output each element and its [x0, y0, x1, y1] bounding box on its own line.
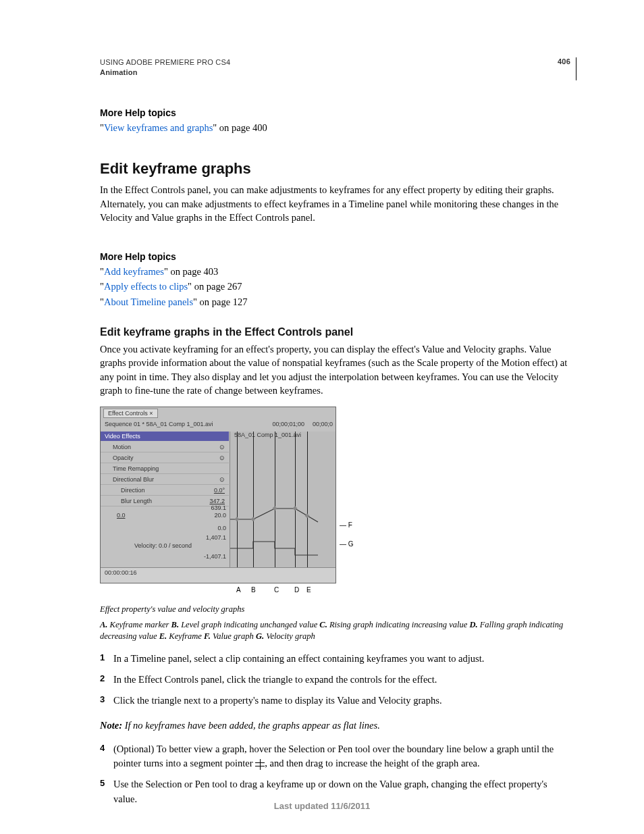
more-help-heading-2: More Help topics: [100, 251, 571, 262]
step-4: (Optional) To better view a graph, hover…: [100, 742, 571, 771]
figure-row-time-remapping: Time Remapping: [101, 464, 229, 474]
figure-row-direction: Direction0.0°: [101, 486, 229, 496]
svg-rect-1: [250, 517, 255, 521]
header-section: Animation: [100, 68, 230, 78]
footer-updated: Last updated 11/6/2011: [0, 801, 644, 811]
step-1: In a Timeline panel, select a clip conta…: [100, 652, 571, 666]
callout-e: E: [306, 586, 311, 594]
figure-row-opacity: Opacity⊙: [101, 453, 229, 463]
figure-caption-legend: A. Keyframe marker B. Level graph indica…: [100, 619, 571, 642]
help-link-row-2b: "Apply effects to clips" on page 267: [100, 280, 571, 293]
paragraph-2: Once you activate keyframing for an effe…: [100, 342, 571, 397]
figure-row-directional-blur: Directional Blur⊙: [101, 475, 229, 485]
heading-edit-keyframe-graphs: Edit keyframe graphs: [100, 160, 571, 178]
figure-graph-area: 58A_01 Comp 1_001.avi: [230, 432, 336, 569]
callout-a: A: [236, 586, 241, 594]
figure-timecode: 00;00;01;00: [272, 421, 304, 427]
callout-g: G: [348, 540, 354, 548]
help-link-row-2c: "About Timeline panels" on page 127: [100, 295, 571, 309]
note-text: If no keyframes have been added, the gra…: [122, 720, 380, 731]
step-2: In the Effect Controls panel, click the …: [100, 673, 571, 687]
help-link-row-2a: "Add keyframes" on page 403: [100, 265, 571, 278]
figure-effect-controls: Effect Controls × Sequence 01 * 58A_01 C…: [100, 407, 336, 583]
figure-row-blur-length: Blur Length347.2: [101, 496, 229, 506]
figure-value-graph: [230, 504, 336, 525]
svg-rect-3: [292, 506, 297, 511]
step-3: Click the triangle next to a property's …: [100, 694, 571, 708]
figure-value-zero-left: 0.0: [117, 512, 126, 519]
callout-f: F: [348, 521, 352, 529]
figure-row-motion: Motion⊙: [101, 442, 229, 452]
svg-rect-4: [304, 513, 309, 518]
link-tail-2c: " on page 127: [193, 296, 247, 307]
steps-list: In a Timeline panel, select a clip conta…: [100, 652, 571, 708]
callout-c: C: [274, 586, 279, 594]
figure-value-mid: 20.0: [214, 512, 226, 519]
link-add-keyframes[interactable]: Add keyframes: [104, 266, 164, 277]
figure-video-effects-bar: Video Effects: [101, 432, 229, 441]
link-tail-1: " on page 400: [213, 122, 267, 133]
note: Note: If no keyframes have been added, t…: [100, 719, 571, 733]
figure-caption-title: Effect property's value and velocity gra…: [100, 604, 571, 615]
figure-vel-lo: -1,407.1: [204, 553, 226, 560]
page-number: 406: [558, 57, 570, 66]
figure-timecode2: 00;00;0: [313, 421, 333, 427]
figure-vel-hi: 1,407.1: [206, 534, 226, 541]
steps-list-2: (Optional) To better view a graph, hover…: [100, 742, 571, 806]
figure-value-zero: 0.0: [217, 525, 226, 531]
heading-edit-in-effect-controls: Edit keyframe graphs in the Effect Contr…: [100, 326, 571, 338]
figure-clip-name: 58A_01 Comp 1_001.avi: [234, 432, 301, 438]
page-header: USING ADOBE PREMIERE PRO CS4 Animation 4…: [100, 57, 576, 80]
link-view-keyframes[interactable]: View keyframes and graphs: [104, 122, 213, 133]
figure-velocity-label: Velocity: 0.0 / second: [134, 542, 192, 549]
figure-tab: Effect Controls ×: [103, 409, 158, 418]
figure-value-top: 639.1: [211, 504, 226, 511]
header-product: USING ADOBE PREMIERE PRO CS4: [100, 57, 230, 68]
link-timeline-panels[interactable]: About Timeline panels: [104, 296, 193, 307]
callout-b: B: [251, 586, 256, 594]
svg-rect-2: [272, 506, 277, 511]
link-apply-effects[interactable]: Apply effects to clips: [104, 281, 188, 292]
more-help-heading-1: More Help topics: [100, 107, 571, 118]
help-link-row-1: "View keyframes and graphs" on page 400: [100, 121, 571, 134]
figure-sequence: Sequence 01 * 58A_01 Comp 1_001.avi: [105, 421, 213, 427]
svg-rect-0: [234, 517, 239, 521]
figure-bottom-bar: 00:00:00:16: [101, 567, 336, 583]
intro-paragraph: In the Effect Controls panel, you can ma…: [100, 183, 571, 224]
link-tail-2a: " on page 403: [164, 266, 218, 277]
segment-pointer-icon: [255, 760, 265, 768]
note-label: Note:: [100, 720, 122, 731]
callout-d: D: [294, 586, 299, 594]
figure-velocity-graph: [230, 538, 336, 558]
link-tail-2b: " on page 267: [188, 281, 242, 292]
